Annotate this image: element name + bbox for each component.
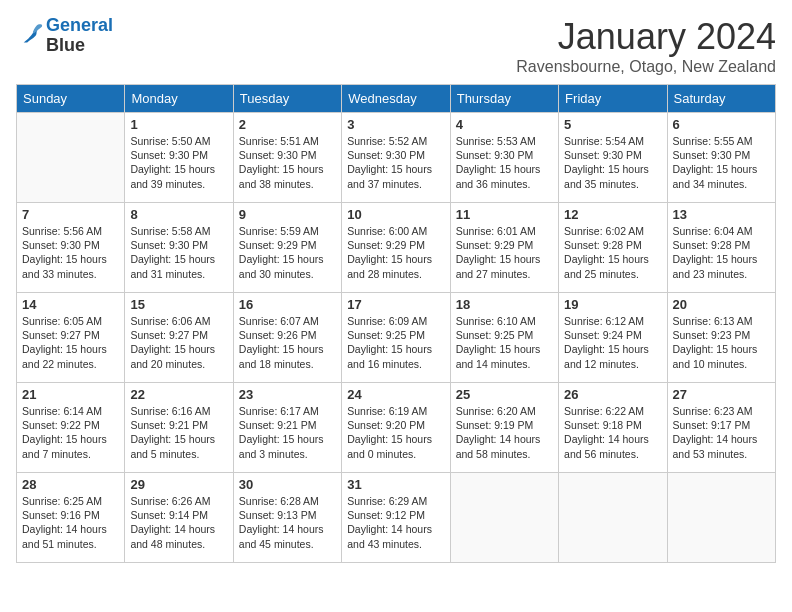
calendar-cell <box>667 473 775 563</box>
day-number: 18 <box>456 297 553 312</box>
calendar-week-row: 7Sunrise: 5:56 AM Sunset: 9:30 PM Daylig… <box>17 203 776 293</box>
calendar-cell: 10Sunrise: 6:00 AM Sunset: 9:29 PM Dayli… <box>342 203 450 293</box>
day-info: Sunrise: 5:58 AM Sunset: 9:30 PM Dayligh… <box>130 224 227 281</box>
day-number: 6 <box>673 117 770 132</box>
calendar-title: January 2024 <box>516 16 776 58</box>
weekday-header-wednesday: Wednesday <box>342 85 450 113</box>
day-number: 12 <box>564 207 661 222</box>
logo-icon <box>16 22 44 50</box>
day-info: Sunrise: 6:29 AM Sunset: 9:12 PM Dayligh… <box>347 494 444 551</box>
calendar-cell: 12Sunrise: 6:02 AM Sunset: 9:28 PM Dayli… <box>559 203 667 293</box>
weekday-header-monday: Monday <box>125 85 233 113</box>
day-info: Sunrise: 5:52 AM Sunset: 9:30 PM Dayligh… <box>347 134 444 191</box>
calendar-cell: 4Sunrise: 5:53 AM Sunset: 9:30 PM Daylig… <box>450 113 558 203</box>
calendar-cell: 3Sunrise: 5:52 AM Sunset: 9:30 PM Daylig… <box>342 113 450 203</box>
calendar-cell: 11Sunrise: 6:01 AM Sunset: 9:29 PM Dayli… <box>450 203 558 293</box>
calendar-week-row: 14Sunrise: 6:05 AM Sunset: 9:27 PM Dayli… <box>17 293 776 383</box>
day-number: 5 <box>564 117 661 132</box>
calendar-cell <box>17 113 125 203</box>
day-info: Sunrise: 6:07 AM Sunset: 9:26 PM Dayligh… <box>239 314 336 371</box>
day-number: 14 <box>22 297 119 312</box>
day-number: 21 <box>22 387 119 402</box>
day-number: 23 <box>239 387 336 402</box>
calendar-cell: 21Sunrise: 6:14 AM Sunset: 9:22 PM Dayli… <box>17 383 125 473</box>
title-block: January 2024 Ravensbourne, Otago, New Ze… <box>516 16 776 76</box>
day-info: Sunrise: 6:20 AM Sunset: 9:19 PM Dayligh… <box>456 404 553 461</box>
day-number: 27 <box>673 387 770 402</box>
day-info: Sunrise: 6:26 AM Sunset: 9:14 PM Dayligh… <box>130 494 227 551</box>
day-number: 19 <box>564 297 661 312</box>
day-info: Sunrise: 5:55 AM Sunset: 9:30 PM Dayligh… <box>673 134 770 191</box>
day-number: 25 <box>456 387 553 402</box>
day-info: Sunrise: 6:04 AM Sunset: 9:28 PM Dayligh… <box>673 224 770 281</box>
calendar-cell: 2Sunrise: 5:51 AM Sunset: 9:30 PM Daylig… <box>233 113 341 203</box>
calendar-header-row: SundayMondayTuesdayWednesdayThursdayFrid… <box>17 85 776 113</box>
calendar-cell: 28Sunrise: 6:25 AM Sunset: 9:16 PM Dayli… <box>17 473 125 563</box>
day-info: Sunrise: 6:19 AM Sunset: 9:20 PM Dayligh… <box>347 404 444 461</box>
day-info: Sunrise: 5:54 AM Sunset: 9:30 PM Dayligh… <box>564 134 661 191</box>
calendar-cell: 1Sunrise: 5:50 AM Sunset: 9:30 PM Daylig… <box>125 113 233 203</box>
day-info: Sunrise: 6:14 AM Sunset: 9:22 PM Dayligh… <box>22 404 119 461</box>
calendar-cell: 8Sunrise: 5:58 AM Sunset: 9:30 PM Daylig… <box>125 203 233 293</box>
logo: General Blue <box>16 16 113 56</box>
day-info: Sunrise: 6:22 AM Sunset: 9:18 PM Dayligh… <box>564 404 661 461</box>
calendar-cell: 6Sunrise: 5:55 AM Sunset: 9:30 PM Daylig… <box>667 113 775 203</box>
day-info: Sunrise: 6:17 AM Sunset: 9:21 PM Dayligh… <box>239 404 336 461</box>
calendar-cell: 19Sunrise: 6:12 AM Sunset: 9:24 PM Dayli… <box>559 293 667 383</box>
weekday-header-tuesday: Tuesday <box>233 85 341 113</box>
calendar-cell: 24Sunrise: 6:19 AM Sunset: 9:20 PM Dayli… <box>342 383 450 473</box>
weekday-header-thursday: Thursday <box>450 85 558 113</box>
day-number: 16 <box>239 297 336 312</box>
day-info: Sunrise: 6:09 AM Sunset: 9:25 PM Dayligh… <box>347 314 444 371</box>
day-number: 9 <box>239 207 336 222</box>
calendar-cell: 30Sunrise: 6:28 AM Sunset: 9:13 PM Dayli… <box>233 473 341 563</box>
weekday-header-friday: Friday <box>559 85 667 113</box>
day-number: 22 <box>130 387 227 402</box>
day-info: Sunrise: 6:16 AM Sunset: 9:21 PM Dayligh… <box>130 404 227 461</box>
day-info: Sunrise: 6:10 AM Sunset: 9:25 PM Dayligh… <box>456 314 553 371</box>
day-info: Sunrise: 5:50 AM Sunset: 9:30 PM Dayligh… <box>130 134 227 191</box>
calendar-week-row: 1Sunrise: 5:50 AM Sunset: 9:30 PM Daylig… <box>17 113 776 203</box>
calendar-week-row: 28Sunrise: 6:25 AM Sunset: 9:16 PM Dayli… <box>17 473 776 563</box>
day-number: 11 <box>456 207 553 222</box>
day-info: Sunrise: 6:06 AM Sunset: 9:27 PM Dayligh… <box>130 314 227 371</box>
day-number: 4 <box>456 117 553 132</box>
day-info: Sunrise: 5:51 AM Sunset: 9:30 PM Dayligh… <box>239 134 336 191</box>
weekday-header-sunday: Sunday <box>17 85 125 113</box>
day-info: Sunrise: 6:05 AM Sunset: 9:27 PM Dayligh… <box>22 314 119 371</box>
day-number: 3 <box>347 117 444 132</box>
day-info: Sunrise: 5:53 AM Sunset: 9:30 PM Dayligh… <box>456 134 553 191</box>
day-number: 20 <box>673 297 770 312</box>
day-info: Sunrise: 5:56 AM Sunset: 9:30 PM Dayligh… <box>22 224 119 281</box>
day-number: 1 <box>130 117 227 132</box>
calendar-week-row: 21Sunrise: 6:14 AM Sunset: 9:22 PM Dayli… <box>17 383 776 473</box>
weekday-header-saturday: Saturday <box>667 85 775 113</box>
day-number: 10 <box>347 207 444 222</box>
day-info: Sunrise: 6:02 AM Sunset: 9:28 PM Dayligh… <box>564 224 661 281</box>
day-info: Sunrise: 5:59 AM Sunset: 9:29 PM Dayligh… <box>239 224 336 281</box>
day-info: Sunrise: 6:12 AM Sunset: 9:24 PM Dayligh… <box>564 314 661 371</box>
calendar-cell: 25Sunrise: 6:20 AM Sunset: 9:19 PM Dayli… <box>450 383 558 473</box>
day-number: 26 <box>564 387 661 402</box>
calendar-table: SundayMondayTuesdayWednesdayThursdayFrid… <box>16 84 776 563</box>
calendar-cell: 15Sunrise: 6:06 AM Sunset: 9:27 PM Dayli… <box>125 293 233 383</box>
calendar-cell: 20Sunrise: 6:13 AM Sunset: 9:23 PM Dayli… <box>667 293 775 383</box>
day-number: 30 <box>239 477 336 492</box>
calendar-cell: 23Sunrise: 6:17 AM Sunset: 9:21 PM Dayli… <box>233 383 341 473</box>
day-number: 24 <box>347 387 444 402</box>
calendar-cell: 9Sunrise: 5:59 AM Sunset: 9:29 PM Daylig… <box>233 203 341 293</box>
calendar-cell: 27Sunrise: 6:23 AM Sunset: 9:17 PM Dayli… <box>667 383 775 473</box>
calendar-subtitle: Ravensbourne, Otago, New Zealand <box>516 58 776 76</box>
day-number: 29 <box>130 477 227 492</box>
day-info: Sunrise: 6:23 AM Sunset: 9:17 PM Dayligh… <box>673 404 770 461</box>
day-number: 28 <box>22 477 119 492</box>
day-number: 2 <box>239 117 336 132</box>
day-info: Sunrise: 6:28 AM Sunset: 9:13 PM Dayligh… <box>239 494 336 551</box>
day-info: Sunrise: 6:00 AM Sunset: 9:29 PM Dayligh… <box>347 224 444 281</box>
day-number: 31 <box>347 477 444 492</box>
calendar-cell <box>450 473 558 563</box>
calendar-cell: 26Sunrise: 6:22 AM Sunset: 9:18 PM Dayli… <box>559 383 667 473</box>
calendar-cell: 18Sunrise: 6:10 AM Sunset: 9:25 PM Dayli… <box>450 293 558 383</box>
calendar-cell: 16Sunrise: 6:07 AM Sunset: 9:26 PM Dayli… <box>233 293 341 383</box>
day-number: 17 <box>347 297 444 312</box>
